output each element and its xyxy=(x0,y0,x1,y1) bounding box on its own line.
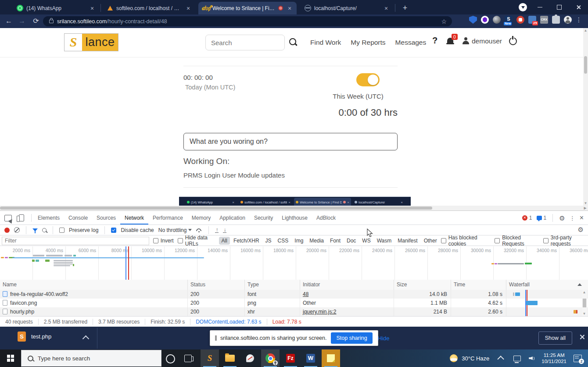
taskbar-chrome[interactable] xyxy=(261,349,280,367)
browser-tab-softileo[interactable]: softileo.com / localhost / softileo × xyxy=(102,2,195,14)
disable-cache-checkbox[interactable] xyxy=(111,228,116,233)
horizontal-scroll-thumb[interactable] xyxy=(0,207,432,210)
hide-button[interactable]: Hide xyxy=(378,335,390,342)
table-scroll-thumb[interactable] xyxy=(583,299,586,307)
action-center-icon[interactable]: 2 xyxy=(574,355,582,362)
scroll-right-icon[interactable]: ▶ xyxy=(583,206,588,210)
working-on-input[interactable] xyxy=(183,133,398,150)
profile-avatar[interactable] xyxy=(564,16,572,24)
hide-data-urls-filter[interactable]: Hide data URLs xyxy=(178,235,218,247)
taskbar-sticky-notes[interactable] xyxy=(322,349,340,367)
clear-icon[interactable] xyxy=(14,227,20,233)
scroll-up-icon[interactable]: ▲ xyxy=(583,28,588,33)
volume-icon[interactable] xyxy=(529,356,534,361)
message-badge[interactable]: 1 xyxy=(537,215,547,221)
scroll-up-icon[interactable]: ▲ xyxy=(582,290,587,295)
blocked-cookies-checkbox[interactable] xyxy=(441,238,446,243)
inspect-element-icon[interactable] xyxy=(4,215,12,221)
devtools-tab[interactable]: Console xyxy=(64,211,92,224)
initiator-link[interactable]: jquery.min.js:2 xyxy=(303,309,336,315)
search-icon[interactable] xyxy=(289,38,296,45)
puzzle-extensions-icon[interactable] xyxy=(552,16,560,24)
download-chevron-up-icon[interactable] xyxy=(82,335,90,342)
type-chip[interactable]: Manifest xyxy=(398,238,417,244)
back-button[interactable]: ← xyxy=(4,17,13,25)
devtools-tab[interactable]: Elements xyxy=(33,211,64,224)
column-header-name[interactable]: Name xyxy=(0,280,188,290)
purple-extension-icon[interactable] xyxy=(481,16,489,24)
devtools-tab[interactable]: Lighthouse xyxy=(277,211,312,224)
nav-link[interactable]: Find Work xyxy=(310,37,341,48)
column-header-time[interactable]: Time xyxy=(451,280,506,290)
devtools-tab[interactable]: Sources xyxy=(92,211,120,224)
weather-icon[interactable] xyxy=(450,354,458,362)
s-extension-icon[interactable]: SNew xyxy=(505,16,513,24)
window-restore-button[interactable] xyxy=(549,0,569,14)
browser-tab-srilance-active[interactable]: ஸ்ரீ Welcome to Srilance | Find D × xyxy=(198,2,297,14)
sort-ascending-icon[interactable] xyxy=(577,283,582,286)
type-chip[interactable]: Media xyxy=(309,238,324,244)
record-icon[interactable] xyxy=(4,228,10,233)
vertical-scroll-thumb[interactable] xyxy=(584,56,587,74)
user-icon[interactable] xyxy=(462,37,470,44)
type-chip[interactable]: JS xyxy=(265,238,272,244)
task-view-button[interactable] xyxy=(184,355,192,362)
downloads-bar-close-icon[interactable] xyxy=(579,334,584,339)
window-close-button[interactable] xyxy=(569,0,588,14)
devtools-tab[interactable]: Memory xyxy=(187,211,215,224)
sphere-extension-icon[interactable] xyxy=(493,16,501,24)
request-row[interactable]: free-fa-regular-400.woff2 200 font 48 14… xyxy=(0,290,588,299)
adblock-hand-icon[interactable] xyxy=(516,16,524,24)
column-header-size[interactable]: Size xyxy=(394,280,451,290)
initiator-link[interactable]: 48 xyxy=(303,291,308,297)
username[interactable]: demouser xyxy=(472,37,502,45)
third-party-checkbox[interactable] xyxy=(543,238,549,243)
network-overview-timeline[interactable]: 2000 ms 4000 ms 6000 ms 8000 ms 10000 ms… xyxy=(0,246,588,280)
site-search-input[interactable] xyxy=(205,35,285,50)
scroll-down-icon[interactable]: ▼ xyxy=(582,311,587,316)
devtools-close-icon[interactable]: × xyxy=(580,214,584,221)
crx-extension-icon[interactable]: CRX xyxy=(540,16,548,24)
third-party-filter[interactable]: 3rd-party requests xyxy=(543,235,588,247)
network-settings-gear-icon[interactable]: ⚙ xyxy=(578,226,584,233)
network-search-icon[interactable] xyxy=(42,228,47,232)
type-chip[interactable]: Other xyxy=(424,238,437,244)
taskbar-snip-tool[interactable] xyxy=(241,349,259,367)
new-tab-button[interactable]: + xyxy=(400,4,410,13)
devtools-tab[interactable]: Application xyxy=(215,211,250,224)
srilance-logo[interactable]: S lance xyxy=(64,33,118,51)
help-button[interactable]: ? xyxy=(432,36,437,46)
logout-power-icon[interactable] xyxy=(509,37,517,45)
column-header-waterfall[interactable]: Waterfall xyxy=(506,280,588,290)
shield-extension-icon[interactable] xyxy=(469,16,477,24)
invert-filter[interactable]: Invert xyxy=(153,238,174,244)
devtools-tab[interactable]: AdBlock xyxy=(312,211,340,224)
type-chip[interactable]: Doc xyxy=(347,238,356,244)
timer-toggle[interactable] xyxy=(356,73,380,86)
throttling-dropdown[interactable]: No throttling xyxy=(158,227,192,233)
cortana-button[interactable] xyxy=(166,354,175,363)
request-row[interactable]: hourly.php 200 xhr jquery.min.js:2 214 B… xyxy=(0,307,588,316)
taskbar-filezilla[interactable]: Fz xyxy=(281,349,300,367)
type-chip[interactable]: Font xyxy=(330,238,341,244)
taskbar-file-explorer[interactable] xyxy=(221,349,239,367)
browser-tab-whatsapp[interactable]: (14) WhatsApp × xyxy=(12,2,99,14)
network-conditions-icon[interactable] xyxy=(196,228,202,232)
horizontal-scrollbar[interactable]: ▶ xyxy=(0,206,588,210)
filter-funnel-icon[interactable] xyxy=(32,228,38,232)
tab-close-icon[interactable]: × xyxy=(286,5,293,11)
devtools-tab[interactable]: Security xyxy=(250,211,277,224)
blocked-cookies-filter[interactable]: Has blocked cookies xyxy=(441,235,491,247)
type-chip[interactable]: Wasm xyxy=(377,238,392,244)
devtools-tab[interactable]: Performance xyxy=(148,211,187,224)
tab-close-icon[interactable]: × xyxy=(185,5,192,11)
type-chip[interactable]: Fetch/XHR xyxy=(233,238,259,244)
devtools-menu-icon[interactable]: ⋮ xyxy=(570,215,575,221)
filter-input[interactable] xyxy=(2,237,149,245)
taskbar-search[interactable]: Type here to search xyxy=(21,350,161,367)
type-chip[interactable]: Img xyxy=(294,238,303,244)
error-badge[interactable]: ✕1 xyxy=(522,215,532,221)
scroll-down-icon[interactable]: ▼ xyxy=(583,201,588,206)
counter-extension-icon[interactable]: 25 xyxy=(528,16,536,24)
device-toolbar-icon[interactable] xyxy=(19,214,24,221)
